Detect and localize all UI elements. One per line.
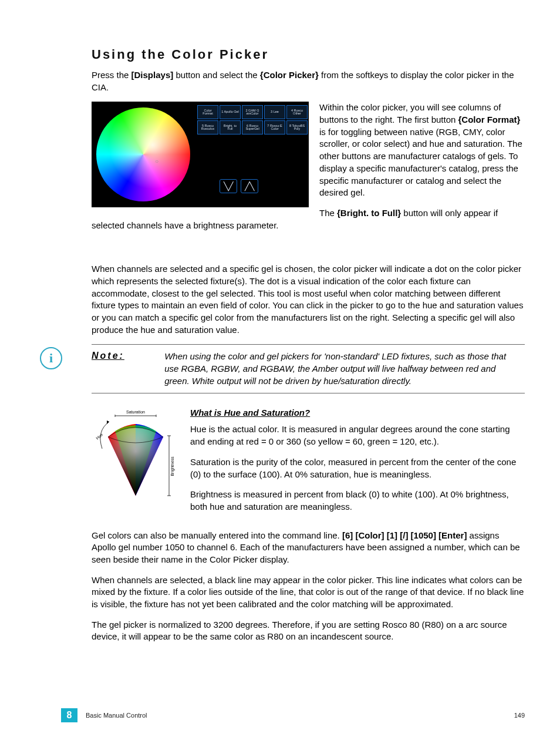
section-heading: Using the Color Picker (92, 47, 525, 62)
page-footer: 8 Basic Manual Control 149 (0, 708, 560, 722)
picker-btn-color-format[interactable]: Color Format (197, 105, 218, 119)
text: Press the (92, 70, 131, 80)
picker-btn-gam[interactable]: 2 GAM G amColor (242, 105, 263, 119)
chapter-badge: 8 (61, 708, 77, 722)
picker-btn-rosco-other[interactable]: 4 Rosco Other (286, 105, 308, 119)
text: Gel colors can also be manually entered … (92, 530, 342, 540)
text: is for toggling between native (RGB, CMY… (319, 127, 522, 197)
text: button and select the (173, 70, 260, 80)
color-picker-figure: ○ Color Format 1 Apollo Gel 2 GAM G amCo… (92, 102, 309, 207)
color-wheel-icon: ○ (96, 107, 190, 201)
color-format-ref: {Color Format} (458, 115, 521, 124)
page-content: Using the Color Picker Press the [Displa… (0, 0, 560, 747)
page-number: 149 (514, 712, 525, 719)
picker-btn-lee[interactable]: 3 Lee (264, 105, 285, 119)
bright-full-ref: {Bright. to Full} (337, 208, 401, 218)
mid-paragraph: When channels are selected and a specifi… (92, 263, 525, 336)
picker-btn-tokyobs[interactable]: 8 TokyoBS Poly (286, 120, 308, 134)
hue-label: Hue (95, 433, 103, 441)
svg-marker-3 (107, 420, 109, 424)
command-example: [6] [Color] [1] [/] [1050] [Enter] (342, 530, 467, 540)
note-label: Note: (92, 351, 162, 361)
hsv-cone-icon: Saturation (92, 408, 180, 507)
picker-btn-supergel[interactable]: 6 Rosco SuperGel (242, 120, 263, 134)
after-p1: Gel colors can also be manually entered … (92, 530, 525, 566)
selection-marker-icon: ○ (155, 158, 158, 164)
intro-paragraph: Press the [Displays] button and select t… (92, 69, 525, 93)
chevron-down-icon[interactable]: ╲╱ (220, 179, 237, 193)
color-picker-softkey-ref: {Color Picker} (260, 70, 319, 80)
after-p3: The gel picker is normalized to 3200 deg… (92, 619, 525, 643)
right-paragraph-2: The {Bright. to Full} button will only a… (92, 207, 525, 231)
hue-sat-block: Saturation (92, 408, 525, 521)
text: The (319, 208, 337, 218)
note-body: When using the color and gel pickers for… (164, 351, 521, 387)
chevron-up-icon[interactable]: ╱╲ (241, 179, 258, 193)
hsv-cone-figure: Saturation (92, 408, 180, 509)
bright-label: Brightness (170, 456, 175, 476)
footer-section: Basic Manual Control (86, 712, 147, 719)
picker-btn-roscolux[interactable]: 5 Rosco Roscolux (197, 120, 218, 134)
picker-btn-bright-full[interactable]: Bright. to Full (220, 120, 241, 134)
text: button will only appear if selected chan… (92, 208, 498, 230)
picker-btn-ecolor[interactable]: 7 Rosco E Color (264, 120, 285, 134)
after-p2: When channels are selected, a black line… (92, 574, 525, 611)
picker-btn-apollo[interactable]: 1 Apollo Gel (220, 105, 241, 119)
intro-block: Press the [Displays] button and select t… (92, 69, 525, 240)
sat-label: Saturation (126, 410, 145, 414)
picker-button-grid: Color Format 1 Apollo Gel 2 GAM G amColo… (197, 105, 308, 134)
note-block: i Note: When using the color and gel pic… (92, 344, 525, 393)
displays-button-ref: [Displays] (131, 70, 174, 80)
info-icon: i (40, 347, 62, 369)
picker-chevrons: ╲╱ ╱╲ (220, 179, 258, 193)
